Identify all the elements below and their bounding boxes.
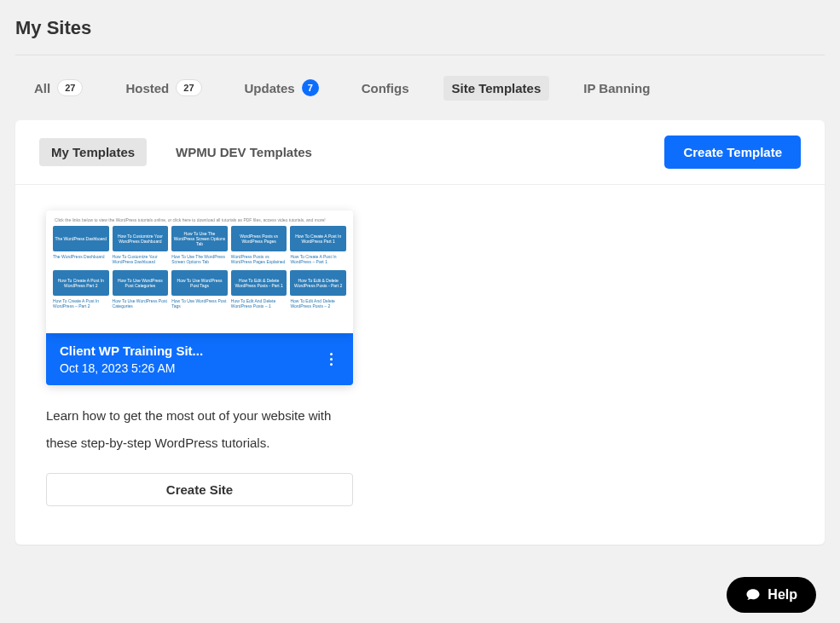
template-grid: Click the links below to view the WordPr… — [15, 185, 825, 545]
chat-icon — [745, 587, 761, 603]
tab-hosted[interactable]: Hosted 27 — [117, 74, 210, 101]
template-menu-button[interactable] — [322, 349, 339, 369]
tab-all-label: All — [34, 81, 50, 95]
tab-configs-label: Configs — [362, 81, 409, 95]
tab-hosted-count: 27 — [176, 79, 201, 96]
content-card: My Templates WPMU DEV Templates Create T… — [15, 120, 825, 545]
tab-updates-label: Updates — [245, 81, 295, 95]
subtab-my-templates[interactable]: My Templates — [39, 138, 147, 166]
help-button[interactable]: Help — [727, 577, 816, 613]
tab-configs[interactable]: Configs — [353, 76, 418, 101]
create-site-button[interactable]: Create Site — [46, 473, 353, 506]
template-thumbnail: Click the links below to view the WordPr… — [46, 211, 353, 333]
tab-ip-banning[interactable]: IP Banning — [575, 76, 658, 101]
tab-site-templates-label: Site Templates — [452, 81, 542, 95]
tab-site-templates[interactable]: Site Templates — [443, 76, 550, 101]
tab-updates-count: 7 — [302, 79, 319, 96]
template-title: Client WP Training Sit... — [60, 343, 203, 358]
template-card: Click the links below to view the WordPr… — [46, 211, 353, 506]
tab-all-count: 27 — [57, 79, 83, 96]
thumb-row-1: The WordPress DashboardThe WordPress Das… — [51, 226, 348, 267]
template-date: Oct 18, 2023 5:26 AM — [60, 361, 203, 375]
thumb-header-text: Click the links below to view the WordPr… — [51, 216, 348, 226]
thumb-row-2: How To Create A Post In WordPress Part 2… — [51, 270, 348, 311]
tab-updates[interactable]: Updates 7 — [236, 74, 327, 101]
template-card-header: Client WP Training Sit... Oct 18, 2023 5… — [46, 333, 353, 385]
subtab-wpmudev-templates[interactable]: WPMU DEV Templates — [164, 138, 324, 166]
tab-all[interactable]: All 27 — [26, 74, 91, 101]
create-template-button[interactable]: Create Template — [664, 136, 801, 169]
subtabs: My Templates WPMU DEV Templates — [39, 138, 324, 166]
help-label: Help — [768, 587, 797, 603]
page-title: My Sites — [0, 0, 840, 55]
tab-ip-banning-label: IP Banning — [583, 81, 650, 95]
main-tabs: All 27 Hosted 27 Updates 7 Configs Site … — [0, 55, 840, 120]
subtabs-row: My Templates WPMU DEV Templates Create T… — [15, 120, 825, 185]
tab-hosted-label: Hosted — [125, 81, 169, 95]
template-description: Learn how to get the most out of your we… — [46, 385, 353, 473]
